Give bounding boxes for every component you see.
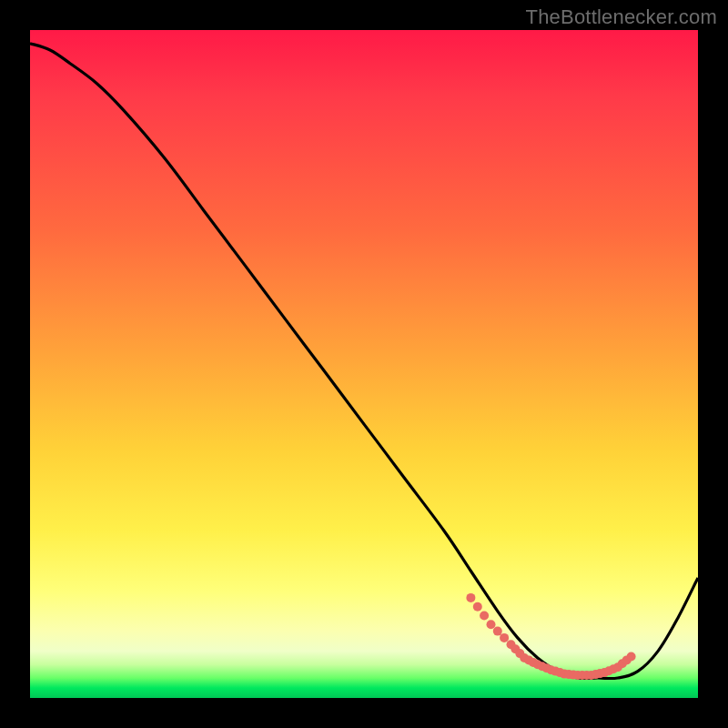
trough-dot — [627, 652, 636, 662]
trough-dot — [466, 593, 475, 602]
chart-frame: TheBottlenecker.com — [0, 0, 728, 728]
plot-area — [30, 30, 698, 698]
watermark-text: TheBottlenecker.com — [526, 5, 717, 29]
curve-path — [30, 44, 698, 679]
trough-dot — [500, 633, 509, 642]
chart-svg — [30, 30, 698, 698]
trough-dot — [480, 612, 489, 621]
trough-dots — [466, 593, 635, 680]
trough-dot — [493, 627, 502, 636]
trough-dot — [473, 602, 482, 612]
trough-dot — [487, 620, 496, 629]
bottleneck-curve — [30, 44, 698, 679]
